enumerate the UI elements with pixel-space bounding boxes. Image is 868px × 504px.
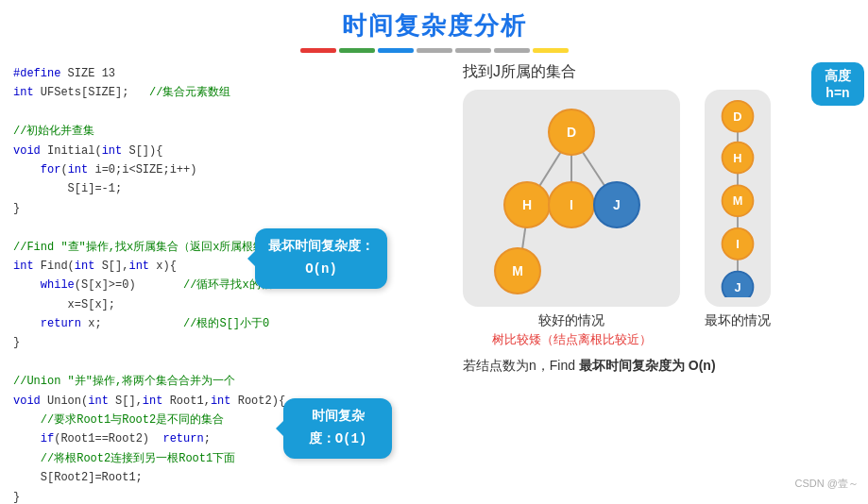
diagram-area: D H I J M 较好的情况	[463, 90, 859, 348]
svg-text:J: J	[613, 197, 621, 212]
svg-text:M: M	[733, 193, 743, 208]
bar-red	[300, 48, 336, 53]
code-line: #define SIZE 13	[13, 64, 440, 83]
bad-label: 最坏的情况	[705, 312, 771, 329]
svg-text:H: H	[733, 151, 741, 165]
svg-text:I: I	[736, 237, 740, 251]
code-line: return x; //根的S[]小于0	[13, 314, 440, 333]
code-line: x=S[x];	[13, 295, 440, 314]
good-desc: 树比较矮（结点离根比较近）	[492, 331, 652, 348]
code-line	[13, 103, 440, 122]
code-line: }	[13, 199, 440, 218]
bad-case-container: D H M I J 最坏的情况	[705, 90, 771, 348]
svg-text:D: D	[733, 109, 741, 124]
code-line	[13, 353, 440, 372]
find-label: 找到J所属的集合	[463, 62, 859, 82]
code-line: for(int i=0;i<SIZE;i++)	[13, 160, 440, 179]
code-line: S[Root2]=Root1;	[13, 468, 440, 487]
union-complexity-bubble: 时间复杂 度：O(1)	[283, 398, 392, 459]
bad-tree-svg: D H M I J	[705, 99, 771, 297]
code-line: //初始化并查集	[13, 122, 440, 141]
svg-text:M: M	[512, 263, 523, 278]
code-line: }	[13, 333, 440, 352]
code-panel: #define SIZE 13 int UFSets[SIZE]; //集合元素…	[0, 59, 453, 496]
height-badge: 高度 h=n	[811, 62, 864, 106]
bar-blue	[378, 48, 414, 53]
good-case-container: D H I J M 较好的情况	[463, 90, 680, 348]
code-line: void Initial(int S[]){	[13, 142, 440, 160]
good-tree-svg: D H I J M	[463, 90, 680, 307]
code-line: int UFSets[SIZE]; //集合元素数组	[13, 83, 440, 102]
color-bar	[0, 48, 868, 53]
bar-gray2	[455, 48, 491, 53]
page-title: 时间复杂度分析	[0, 9, 868, 42]
good-tree: D H I J M	[463, 90, 680, 307]
svg-text:H: H	[522, 197, 532, 212]
good-label: 较好的情况	[538, 312, 604, 329]
bar-gray1	[417, 48, 452, 53]
bar-green	[339, 48, 375, 53]
worst-case-bubble: 最坏时间复杂度： O(n)	[255, 228, 387, 289]
csdn-label: CSDN @壹～	[795, 477, 859, 491]
code-line: //Union "并"操作,将两个集合合并为一个	[13, 372, 440, 391]
svg-text:D: D	[567, 125, 576, 140]
bar-yellow	[533, 48, 569, 53]
code-line: }	[13, 488, 440, 504]
svg-text:J: J	[734, 280, 740, 294]
bottom-description: 若结点数为n，Find 最坏时间复杂度为 O(n)	[463, 358, 859, 375]
code-line: S[i]=-1;	[13, 179, 440, 198]
bad-tree: D H M I J	[705, 90, 771, 307]
right-panel: 高度 h=n 找到J所属的集合 D	[453, 59, 868, 496]
main-content: #define SIZE 13 int UFSets[SIZE]; //集合元素…	[0, 59, 868, 496]
bar-gray3	[494, 48, 530, 53]
header: 时间复杂度分析	[0, 0, 868, 59]
svg-text:I: I	[570, 197, 573, 212]
